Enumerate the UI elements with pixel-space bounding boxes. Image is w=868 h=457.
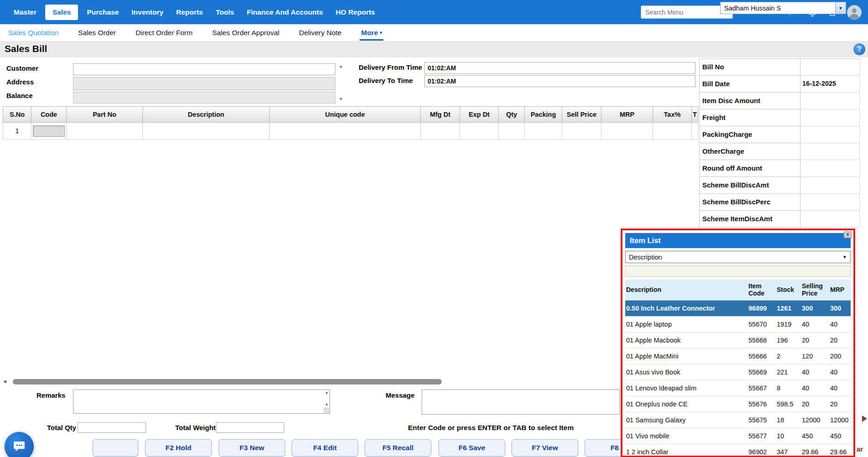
item-list-cell-mrp: 200: [829, 353, 851, 360]
scroll-down-icon[interactable]: ▼: [325, 403, 329, 407]
item-list-row[interactable]: 01 Apple MacMini556662120200: [625, 348, 851, 364]
scroll-down-icon[interactable]: ▼: [337, 97, 345, 103]
fkey-button-f3-new[interactable]: F3 New: [219, 439, 285, 457]
scroll-up-icon[interactable]: ▲: [325, 391, 329, 395]
item-list-cell-item-code: 55668: [748, 337, 776, 344]
item-list-cell-stock: 18: [776, 416, 801, 424]
fkey-button-f4-edit[interactable]: F4 Edit: [292, 439, 358, 457]
summary-field-row: Round off Amount: [699, 160, 860, 177]
item-list-cell-mrp: 12000: [829, 416, 851, 424]
item-list-column-mrp: MRP: [829, 280, 851, 300]
close-icon[interactable]: x: [844, 231, 852, 238]
summary-field-label: Scheme BillDiscAmt: [699, 177, 800, 194]
page-title-bar: Sales Bill: [0, 42, 868, 57]
menu-reports[interactable]: Reports: [170, 8, 209, 16]
fkey-button-f7-view[interactable]: F7 View: [512, 439, 578, 457]
menu-inventory[interactable]: Inventory: [125, 8, 170, 16]
chat-button[interactable]: [5, 432, 34, 457]
address-field: [73, 77, 335, 90]
items-column-header: Sell Price: [562, 106, 601, 123]
item-list-row[interactable]: 01 Apple Macbook556681962020: [625, 332, 851, 348]
expand-arrow-icon[interactable]: [862, 415, 867, 422]
chat-icon: [12, 439, 26, 454]
summary-field-value[interactable]: [800, 93, 860, 109]
fkey-button-blank[interactable]: [93, 439, 138, 457]
scroll-left-icon[interactable]: ◄: [2, 379, 7, 384]
subnav-delivery-note[interactable]: Delivery Note: [299, 29, 341, 37]
scroll-up-icon[interactable]: ▲: [337, 64, 345, 70]
item-list-row[interactable]: 1 2 inch Collar9690234729.6629.66: [625, 444, 851, 456]
summary-field-label: Item Disc Amount: [699, 93, 800, 109]
fkey-button-f5-recall[interactable]: F5 Recall: [365, 439, 431, 457]
summary-field-value[interactable]: [800, 160, 860, 177]
fkey-button-f6-save[interactable]: F6 Save: [439, 439, 505, 457]
menu-master[interactable]: Master: [7, 8, 43, 16]
user-dropdown-value: Sadham Hussain S: [724, 5, 781, 12]
menu-finance-and-accounts[interactable]: Finance And Accounts: [241, 8, 329, 16]
items-column-header: MRP: [601, 106, 653, 123]
items-column-header: Tax%: [653, 106, 692, 123]
menu-tools[interactable]: Tools: [209, 8, 241, 16]
item-list-cell-selling-price: 20: [801, 400, 829, 408]
summary-field-value[interactable]: [800, 109, 860, 126]
subnav-sales-order[interactable]: Sales Order: [78, 29, 116, 37]
item-list-row[interactable]: 01 Oneplus node CE55676598.52020: [625, 396, 851, 412]
item-list-cell-item-code: 96899: [748, 305, 776, 312]
subnav-more[interactable]: More▾: [361, 29, 382, 37]
items-row-cell: [460, 123, 499, 140]
item-list-cell-selling-price: 120: [801, 353, 829, 360]
summary-field-value[interactable]: 16-12-2025: [800, 76, 860, 93]
item-list-cell-stock: 8: [776, 384, 801, 392]
remarks-input[interactable]: [73, 390, 329, 413]
help-button[interactable]: ?: [853, 43, 865, 55]
fkey-button-f2-hold[interactable]: F2 Hold: [145, 439, 212, 457]
total-qty-input[interactable]: [78, 422, 146, 433]
item-list-row[interactable]: 0.50 Inch Leather Connector9689912613003…: [625, 301, 851, 317]
item-list-column-description: Description: [625, 280, 748, 300]
enter-code-hint: Enter Code or press ENTER or TAB to sele…: [408, 424, 574, 432]
item-code-input[interactable]: [33, 125, 65, 137]
message-input[interactable]: [422, 389, 620, 415]
summary-field-value[interactable]: [800, 126, 860, 143]
items-column-header: Code: [31, 106, 67, 123]
item-list-cell-mrp: 300: [829, 305, 851, 312]
user-dropdown[interactable]: Sadham Hussain S ▼: [720, 2, 846, 14]
menu-ho-reports[interactable]: HO Reports: [329, 8, 382, 16]
menu-sales[interactable]: Sales: [45, 5, 78, 20]
item-list-header: Description Item Code Stock Selling Pric…: [625, 280, 851, 301]
item-list-row[interactable]: 01 Vivo mobile5567710450450: [625, 428, 851, 444]
items-row-cell: [270, 123, 421, 140]
subnav-direct-order-form[interactable]: Direct Order Form: [136, 29, 193, 37]
horizontal-scrollbar-thumb[interactable]: [13, 379, 442, 384]
summary-field-label: PackingCharge: [699, 126, 800, 143]
balance-label: Balance: [6, 92, 33, 99]
resize-grip-icon[interactable]: [324, 408, 329, 413]
item-list-cell-item-code: 55666: [748, 353, 776, 360]
item-list-row[interactable]: 01 Lenovo Ideapad slim5566784040: [625, 380, 851, 396]
items-column-header: Description: [143, 106, 270, 123]
item-list-column-item-code: Item Code: [748, 280, 776, 300]
item-list-row[interactable]: 01 Samsung Galaxy55675181200012000: [625, 412, 851, 428]
avatar[interactable]: [847, 5, 862, 20]
delivery-to-time-input[interactable]: [424, 75, 695, 87]
summary-field-value[interactable]: [800, 143, 860, 160]
items-row-sno-cell: 1: [3, 123, 31, 140]
item-list-cell-stock: 347: [776, 448, 801, 456]
subnav-sales-order-approval[interactable]: Sales Order Approval: [212, 29, 279, 37]
customer-input[interactable]: [73, 63, 335, 75]
subnav-sales-quotation[interactable]: Sales Quotation: [8, 29, 58, 37]
item-list-row[interactable]: 01 Asus vivo Book556692214040: [625, 364, 851, 380]
item-list-title: Item List: [630, 236, 661, 245]
item-list-filter-select[interactable]: Description ▼: [625, 251, 851, 263]
items-table-header: S.NoCodePart NoDescriptionUnique codeMfg…: [3, 106, 698, 123]
menu-purchase[interactable]: Purchase: [80, 8, 125, 16]
summary-field-value[interactable]: [800, 59, 860, 76]
summary-field-value[interactable]: [800, 177, 860, 194]
menu-search-input[interactable]: [641, 5, 733, 19]
item-list-row[interactable]: 01 Apple laptop5567019194040: [625, 317, 851, 332]
total-weight-input[interactable]: [216, 422, 284, 433]
delivery-from-time-input[interactable]: [424, 62, 695, 74]
summary-field-value[interactable]: [800, 211, 860, 228]
summary-field-value[interactable]: [800, 194, 860, 211]
item-list-search-input[interactable]: [625, 265, 851, 277]
